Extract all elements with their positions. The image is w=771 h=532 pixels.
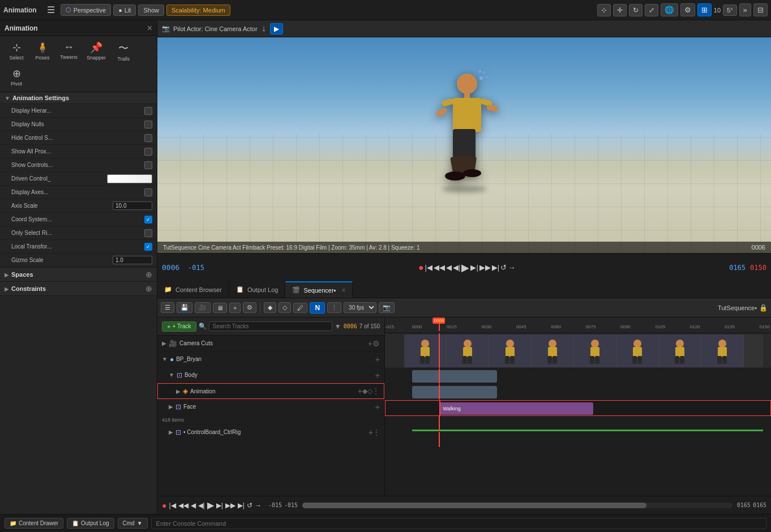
prev-key-btn[interactable]: ◀◀	[434, 263, 445, 272]
setting-input-gizmo-scale[interactable]	[113, 256, 152, 264]
constraints-header[interactable]: ▶ Constraints ⊕	[0, 282, 157, 296]
seq-curve-btn[interactable]: ◇	[279, 302, 291, 313]
seq-scrollbar-thumb[interactable]	[302, 503, 646, 508]
setting-check-local-transfor[interactable]: ✓	[144, 243, 152, 251]
setting-check-display-axes[interactable]	[144, 188, 152, 196]
track-item-camera-cuts[interactable]: ▶ 🎥 Camera Cuts + ⚙	[157, 336, 384, 351]
seq-skip-start-btn[interactable]: |◀	[169, 501, 175, 509]
search-tracks-input[interactable]	[209, 321, 332, 331]
seq-camera-capture-btn[interactable]: 📷	[379, 302, 395, 313]
menu-button[interactable]: ☰	[44, 3, 58, 16]
face-add-btn[interactable]: +	[375, 402, 380, 411]
track-item-bp-bryan[interactable]: ▼ ● BP_Bryan +	[157, 351, 384, 367]
bp-bryan-block1[interactable]	[412, 370, 497, 383]
pivot-tool[interactable]: ⊕ Pivot	[5, 66, 28, 88]
grid-view-btn[interactable]: ⊞	[697, 3, 712, 16]
settings-btn[interactable]: ⚙	[680, 3, 695, 16]
content-drawer-btn[interactable]: 📁 Content Drawer	[5, 518, 63, 529]
grid-btn[interactable]: 🌐	[661, 3, 678, 16]
animation-key-btn[interactable]: ◆◇	[362, 387, 372, 395]
anim-settings-header[interactable]: ▼ Animation Settings	[0, 92, 157, 104]
maximize-viewport-btn[interactable]: ▶	[270, 23, 283, 35]
show-button[interactable]: Show	[138, 5, 164, 16]
seq-blue-n-btn[interactable]: N	[310, 302, 325, 314]
seq-key-btn[interactable]: ◆	[264, 302, 276, 313]
fps-select[interactable]: 30 fps 24 fps 60 fps	[344, 302, 376, 313]
more-tl-btn[interactable]: →	[508, 263, 515, 272]
seq-rec-btn[interactable]: ●	[162, 501, 166, 510]
select-tool[interactable]: ⊹ Select	[5, 40, 28, 62]
seq-paint-btn[interactable]: 🖊	[293, 303, 307, 313]
tweens-tool[interactable]: ↔ Tweens	[57, 40, 81, 62]
bp-bryan-add-btn[interactable]: +	[375, 355, 380, 364]
setting-check-display-nulls[interactable]	[144, 121, 152, 128]
track-item-face[interactable]: ▶ ⊡ Face +	[157, 399, 384, 415]
perspective-button[interactable]: ⬡ Perspective	[61, 4, 111, 16]
record-btn[interactable]: ●	[418, 263, 424, 273]
seq-camera-btn[interactable]: 🎥	[195, 302, 211, 313]
setting-check-show-controls[interactable]	[144, 161, 152, 169]
seq-next-frame-btn[interactable]: ▶|	[216, 501, 223, 509]
seq-add-btn[interactable]: +	[229, 303, 241, 313]
track-item-body[interactable]: ▼ ⊡ Body +	[157, 367, 384, 383]
next-frame-btn[interactable]: ▶|	[470, 263, 478, 272]
scale-tool-btn[interactable]: ⤢	[645, 4, 658, 16]
setting-check-display-hier[interactable]	[144, 107, 152, 115]
tab-sequencer[interactable]: 🎬 Sequencer• ×	[285, 281, 353, 298]
trails-tool[interactable]: 〜 Trails	[112, 40, 135, 63]
step-back-btn[interactable]: ◀	[446, 263, 452, 272]
seq-render-btn[interactable]: 🖥	[213, 303, 227, 313]
seq-play-btn[interactable]: ▶	[207, 500, 214, 510]
scalability-badge[interactable]: Scalability: Medium	[166, 5, 230, 16]
seq-filter-btn[interactable]: ⚙	[243, 302, 256, 313]
seq-step-back-btn[interactable]: ◀	[191, 501, 196, 509]
spaces-header[interactable]: ▶ Spaces ⊕	[0, 267, 157, 282]
setting-check-coord-system[interactable]: ✓	[144, 216, 152, 224]
layout-btn[interactable]: ⊟	[753, 3, 768, 16]
skip-end-btn[interactable]: ▶|	[492, 263, 499, 272]
walking-block[interactable]: Walking	[439, 402, 593, 415]
setting-input-axis-scale[interactable]	[113, 201, 152, 210]
select-tool-btn[interactable]: ⊹	[597, 4, 611, 16]
body-add-btn[interactable]: +	[375, 371, 380, 380]
spaces-add-btn[interactable]: ⊕	[145, 270, 152, 279]
seq-scrollbar[interactable]	[302, 503, 733, 508]
controlboard-add-btn[interactable]: +	[369, 428, 373, 437]
lit-button[interactable]: ● Lit	[113, 5, 136, 16]
add-track-btn[interactable]: + + Track	[162, 321, 196, 332]
tab-output-log[interactable]: 📋 Output Log	[229, 281, 285, 298]
seq-skip-end-btn[interactable]: ▶|	[238, 501, 245, 509]
snapper-tool[interactable]: 📌 Snapper	[83, 40, 109, 62]
constraints-add-btn[interactable]: ⊕	[145, 284, 152, 293]
next-key-btn[interactable]: ▶▶	[479, 263, 491, 272]
more-btn[interactable]: »	[739, 3, 751, 16]
lock-viewport-btn[interactable]: ⤓	[261, 25, 267, 33]
setting-check-hide-control[interactable]	[144, 134, 152, 142]
seq-next-key-btn[interactable]: ▶▶	[225, 501, 235, 509]
camera-cuts-more-btn[interactable]: ⚙	[372, 339, 380, 348]
controlboard-more-btn[interactable]: ⋮	[373, 428, 380, 436]
rotate-tool-btn[interactable]: ↻	[629, 4, 642, 16]
seq-menu-btn[interactable]: ☰	[161, 302, 174, 313]
console-input[interactable]	[151, 518, 766, 529]
animation-add-btn[interactable]: +	[358, 387, 362, 396]
track-item-animation[interactable]: ▶ ◈ Animation + ◆◇ ⋮	[157, 383, 384, 399]
output-log-status-btn[interactable]: 📋 Output Log	[67, 518, 114, 529]
setting-check-only-select[interactable]	[144, 229, 152, 237]
step-fwd-btn[interactable]: ◀|	[453, 263, 460, 272]
seq-loop-btn[interactable]: ↺	[247, 501, 252, 509]
camera-cuts-add-btn[interactable]: +	[368, 339, 372, 348]
close-panel-btn[interactable]: ×	[147, 23, 152, 33]
seq-more-tl-btn[interactable]: →	[255, 501, 262, 509]
setting-check-show-all-prox[interactable]	[144, 148, 152, 156]
filter-tracks-btn[interactable]: ▼	[335, 323, 341, 331]
seq-step-fwd-btn[interactable]: ◀|	[198, 501, 205, 509]
body-block1[interactable]	[412, 386, 497, 398]
seq-more-btn[interactable]: ⋮	[327, 302, 341, 313]
poses-tool[interactable]: 🧍 Poses	[31, 40, 54, 62]
seq-lock-btn[interactable]: 🔒	[759, 304, 768, 312]
play-btn[interactable]: ▶	[461, 261, 469, 274]
tab-content-browser[interactable]: 📁 Content Browser	[157, 281, 229, 298]
cmd-btn[interactable]: Cmd ▼	[118, 518, 148, 529]
sequencer-close-btn[interactable]: ×	[341, 286, 345, 294]
